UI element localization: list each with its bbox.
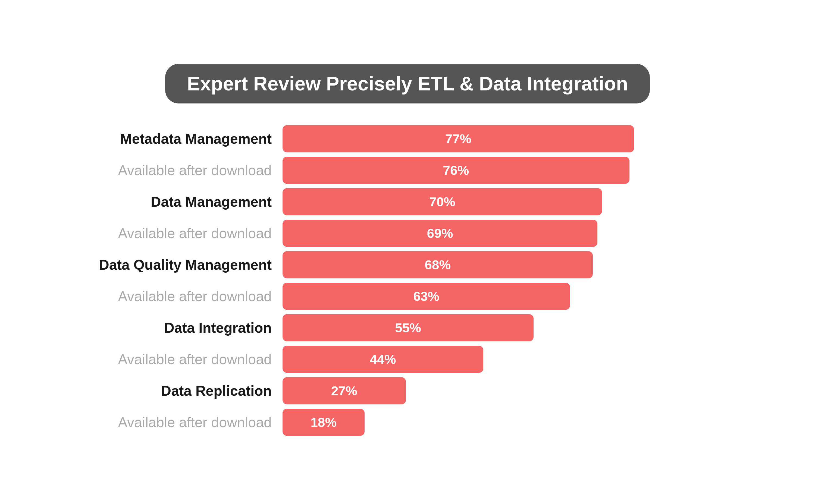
chart-title: Expert Review Precisely ETL & Data Integ… [165, 64, 650, 103]
bar-track: 70% [282, 188, 739, 215]
bar-row: Data Management70% [92, 188, 739, 215]
bar-track: 55% [282, 314, 739, 341]
bar-track: 76% [282, 157, 739, 184]
bar-label-secondary: Available after download [92, 225, 282, 241]
bar-row: Data Replication27% [92, 377, 739, 404]
bar-fill: 63% [282, 283, 570, 310]
bar-row: Available after download18% [92, 409, 739, 436]
bar-row: Data Quality Management68% [92, 251, 739, 278]
bar-fill: 44% [282, 346, 483, 373]
bar-track: 77% [282, 125, 739, 152]
bar-row: Available after download69% [92, 220, 739, 247]
bar-value-label: 70% [429, 194, 455, 209]
bar-fill: 18% [282, 409, 364, 436]
bar-track: 27% [282, 377, 739, 404]
bar-value-label: 18% [310, 415, 336, 430]
bar-row: Available after download76% [92, 157, 739, 184]
bar-row: Available after download44% [92, 346, 739, 373]
bar-track: 63% [282, 283, 739, 310]
bar-label-primary: Data Integration [92, 320, 282, 336]
bar-label-primary: Metadata Management [92, 131, 282, 147]
bar-row: Data Integration55% [92, 314, 739, 341]
bar-fill: 76% [282, 157, 630, 184]
bar-fill: 55% [282, 314, 534, 341]
bar-value-label: 76% [443, 163, 469, 178]
chart-container: Expert Review Precisely ETL & Data Integ… [54, 48, 761, 456]
bar-value-label: 55% [395, 320, 421, 335]
bar-label-secondary: Available after download [92, 414, 282, 430]
bar-label-primary: Data Management [92, 194, 282, 210]
bar-track: 69% [282, 220, 739, 247]
bar-value-label: 63% [413, 289, 439, 304]
bar-value-label: 44% [370, 352, 396, 367]
bar-row: Available after download63% [92, 283, 739, 310]
chart-title-wrapper: Expert Review Precisely ETL & Data Integ… [76, 64, 739, 103]
bar-track: 68% [282, 251, 739, 278]
bar-label-primary: Data Quality Management [92, 257, 282, 273]
bar-value-label: 69% [427, 226, 453, 241]
bar-value-label: 68% [425, 257, 451, 272]
bar-row: Metadata Management77% [92, 125, 739, 152]
bar-label-secondary: Available after download [92, 288, 282, 304]
bar-fill: 68% [282, 251, 593, 278]
bar-label-primary: Data Replication [92, 383, 282, 399]
bar-fill: 77% [282, 125, 634, 152]
bar-fill: 69% [282, 220, 597, 247]
bar-label-secondary: Available after download [92, 162, 282, 178]
bar-track: 18% [282, 409, 739, 436]
bar-value-label: 77% [445, 131, 471, 146]
bars-section: Metadata Management77%Available after do… [76, 125, 739, 440]
bar-value-label: 27% [331, 383, 357, 398]
bar-fill: 27% [282, 377, 406, 404]
bar-fill: 70% [282, 188, 602, 215]
bar-label-secondary: Available after download [92, 351, 282, 367]
bar-track: 44% [282, 346, 739, 373]
